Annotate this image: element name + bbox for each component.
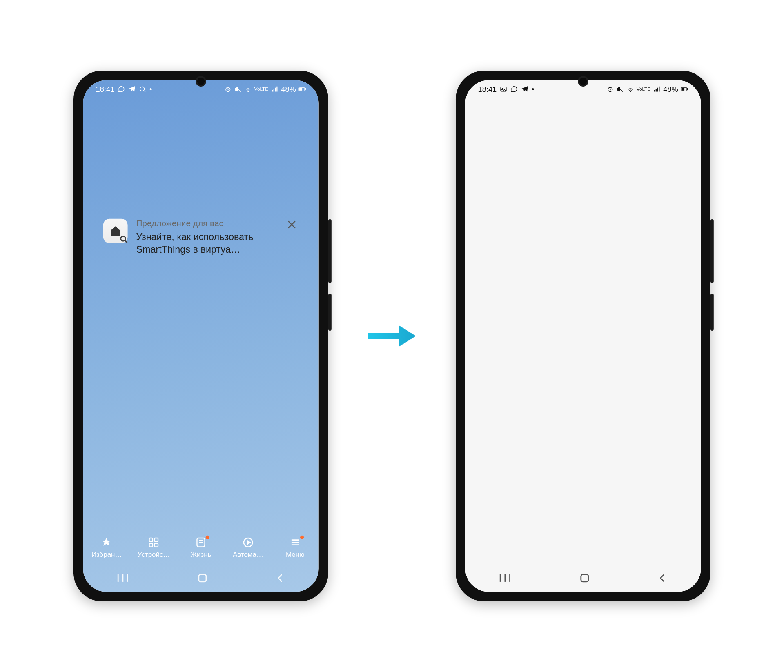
volume-button[interactable] (710, 219, 714, 283)
bottom-tabbar: Избран… Устройс… Жизнь Автома… (83, 528, 318, 567)
mute-icon (616, 85, 624, 93)
svg-rect-22 (155, 543, 158, 546)
svg-rect-19 (149, 538, 153, 541)
star-icon (101, 536, 113, 548)
grid-icon (148, 536, 160, 548)
arrow-icon (365, 320, 419, 352)
tab-devices[interactable]: Устройс… (133, 536, 175, 558)
battery-icon (681, 85, 688, 93)
tab-label: Избран… (91, 550, 122, 559)
tab-label: Меню (286, 550, 305, 559)
chat-icon (118, 85, 125, 93)
close-icon[interactable] (286, 219, 298, 231)
tab-favorites[interactable]: Избран… (85, 536, 128, 558)
svg-rect-40 (687, 88, 688, 90)
tab-label: Автома… (233, 550, 263, 559)
volte-label: VoLTE (254, 87, 268, 92)
battery-pct: 48% (281, 85, 296, 93)
battery-icon (298, 85, 306, 93)
life-icon (195, 536, 207, 548)
battery-pct: 48% (663, 85, 678, 93)
notification-dot (206, 535, 209, 539)
suggestion-eyebrow: Предложение для вас (136, 219, 298, 228)
power-button[interactable] (328, 294, 332, 331)
home-button[interactable] (578, 572, 591, 586)
wallpaper (83, 80, 318, 592)
status-dot: • (149, 85, 152, 93)
phone-left: 18:41 • VoLTE 48% (74, 71, 328, 601)
power-button[interactable] (710, 294, 714, 331)
menu-icon (290, 536, 301, 548)
svg-line-11 (125, 240, 127, 243)
back-button[interactable] (657, 573, 668, 585)
svg-point-10 (121, 236, 126, 241)
signal-icon (271, 85, 278, 93)
svg-rect-7 (299, 88, 302, 91)
tab-menu[interactable]: Меню (274, 536, 316, 558)
suggestion-text: Узнайте, как использовать SmartThings в … (136, 230, 298, 256)
recents-button[interactable] (498, 573, 512, 585)
svg-point-4 (247, 91, 248, 92)
tab-label: Устройс… (138, 550, 170, 559)
alarm-icon (606, 85, 614, 93)
svg-rect-20 (155, 538, 158, 541)
front-camera (196, 76, 206, 87)
wifi-icon (626, 85, 634, 93)
back-button[interactable] (275, 573, 286, 585)
alarm-icon (224, 85, 232, 93)
notification-dot (300, 535, 304, 539)
home-button[interactable] (196, 572, 209, 586)
tab-label: Жизнь (191, 550, 212, 559)
wifi-icon (244, 85, 252, 93)
tab-automation[interactable]: Автома… (227, 536, 269, 558)
volte-label: VoLTE (637, 87, 650, 92)
svg-rect-41 (682, 88, 684, 91)
svg-rect-6 (305, 88, 306, 90)
suggestion-icon (103, 219, 128, 243)
telegram-icon (521, 85, 528, 93)
search-status-icon (139, 85, 146, 93)
system-navbar (83, 566, 318, 592)
signal-icon (653, 85, 661, 93)
chat-icon (510, 85, 518, 93)
telegram-icon (128, 85, 136, 93)
image-status-icon (500, 85, 507, 93)
phone-right: 18:41 • VoLTE 48% Добав (456, 71, 710, 601)
mute-icon (234, 85, 241, 93)
svg-line-1 (144, 91, 145, 92)
status-dot: • (532, 85, 534, 93)
svg-point-38 (630, 91, 630, 92)
recents-button[interactable] (116, 573, 130, 585)
svg-rect-21 (149, 543, 153, 546)
front-camera (578, 76, 588, 87)
play-circle-icon (242, 536, 254, 548)
svg-rect-63 (581, 574, 588, 582)
status-time: 18:41 (96, 85, 115, 93)
background (465, 80, 701, 592)
system-navbar (465, 566, 701, 592)
svg-rect-33 (199, 574, 206, 582)
status-time: 18:41 (478, 85, 497, 93)
tab-life[interactable]: Жизнь (180, 536, 222, 558)
volume-button[interactable] (328, 219, 332, 283)
svg-point-0 (140, 87, 145, 91)
